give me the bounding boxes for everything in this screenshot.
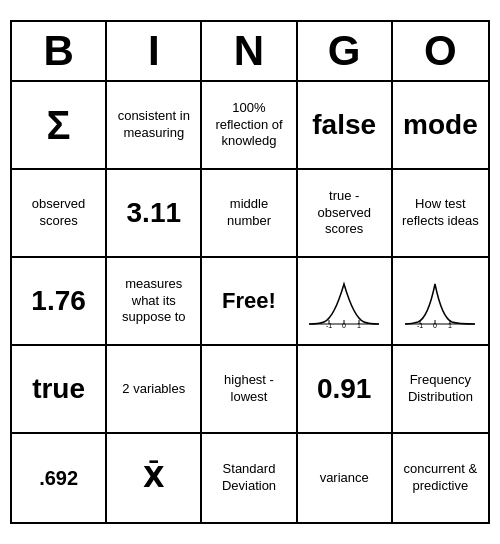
header-i: I	[107, 22, 202, 80]
cell-r3c2: measures what its suppose to	[107, 258, 202, 346]
header-o: O	[393, 22, 488, 80]
cell-r2c3: middle number	[202, 170, 297, 258]
svg-text:0: 0	[342, 322, 346, 329]
svg-text:-1: -1	[326, 322, 332, 329]
cell-r3c3: Free!	[202, 258, 297, 346]
header-g: G	[298, 22, 393, 80]
cell-r1c2: consistent in measuring	[107, 82, 202, 170]
cell-r1c3: 100% reflection of knowledg	[202, 82, 297, 170]
bell-curve-1: -1 0 1	[304, 274, 384, 329]
cell-r5c2: X̄	[107, 434, 202, 522]
cell-r3c4: -1 0 1	[298, 258, 393, 346]
cell-r4c2: 2 variables	[107, 346, 202, 434]
cell-r5c4: variance	[298, 434, 393, 522]
cell-r4c1: true	[12, 346, 107, 434]
header-b: B	[12, 22, 107, 80]
cell-r2c1: observed scores	[12, 170, 107, 258]
cell-r4c3: highest - lowest	[202, 346, 297, 434]
cell-r3c5: -1 0 1	[393, 258, 488, 346]
bingo-grid: Σ consistent in measuring 100% reflectio…	[12, 82, 488, 522]
cell-r1c5: mode	[393, 82, 488, 170]
svg-text:1: 1	[357, 322, 361, 329]
cell-r5c5: concurrent & predictive	[393, 434, 488, 522]
cell-r2c2: 3.11	[107, 170, 202, 258]
cell-r1c4: false	[298, 82, 393, 170]
cell-r5c1: .692	[12, 434, 107, 522]
cell-r4c5: Frequency Distribution	[393, 346, 488, 434]
header-n: N	[202, 22, 297, 80]
bell-curve-2: -1 0 1	[400, 274, 480, 329]
bingo-card: B I N G O Σ consistent in measuring 100%…	[10, 20, 490, 524]
svg-text:1: 1	[448, 322, 452, 329]
cell-r5c3: Standard Deviation	[202, 434, 297, 522]
svg-text:0: 0	[433, 322, 437, 329]
cell-r2c5: How test reflects ideas	[393, 170, 488, 258]
cell-r3c1: 1.76	[12, 258, 107, 346]
cell-r2c4: true - observed scores	[298, 170, 393, 258]
bingo-header: B I N G O	[12, 22, 488, 82]
svg-text:-1: -1	[417, 322, 423, 329]
cell-r1c1: Σ	[12, 82, 107, 170]
cell-r4c4: 0.91	[298, 346, 393, 434]
